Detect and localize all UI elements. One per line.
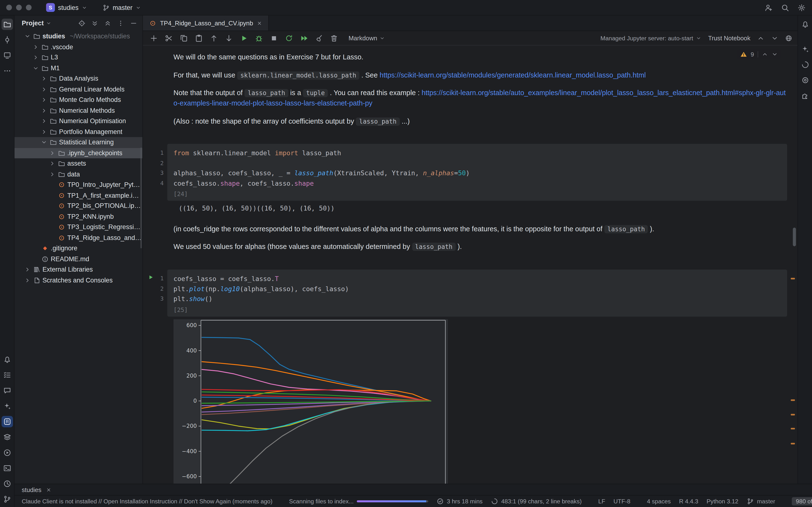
commit-tool-button[interactable]: [1, 34, 12, 45]
settings-gear-icon[interactable]: [798, 3, 806, 12]
warning-stripe-mark[interactable]: [791, 428, 795, 429]
tree-item[interactable]: README.md: [14, 254, 142, 264]
close-window-button[interactable]: [6, 5, 12, 10]
locate-file-icon[interactable]: [78, 19, 86, 27]
chevron-right-icon[interactable]: [40, 86, 47, 93]
zoom-window-button[interactable]: [26, 5, 32, 10]
cell-type-dropdown[interactable]: Markdown: [349, 35, 385, 42]
r-console-tool-button[interactable]: [1, 416, 12, 427]
previous-cell-icon[interactable]: [757, 35, 764, 42]
tree-item[interactable]: Data Analysis: [14, 73, 142, 84]
hyperlink[interactable]: https://scikit-learn.org/stable/modules/…: [379, 71, 646, 79]
chevron-right-icon[interactable]: [40, 118, 47, 124]
move-cell-up-button[interactable]: [208, 32, 219, 44]
tree-item[interactable]: assets: [14, 158, 142, 169]
tree-item[interactable]: TP4_Ridge_Lasso_and_CV.ip...: [14, 232, 142, 243]
comments-tool-button[interactable]: [1, 385, 12, 396]
ai-assistant-button[interactable]: [800, 44, 811, 55]
add-user-icon[interactable]: [764, 3, 773, 12]
r-interpreter-widget[interactable]: R 4.4.3: [679, 498, 698, 505]
ai-assistant-tool-button[interactable]: [1, 400, 12, 412]
memory-indicator[interactable]: 980 of 4200M: [792, 497, 812, 505]
chevron-right-icon[interactable]: [40, 75, 47, 82]
tree-item[interactable]: .vscode: [14, 42, 142, 52]
project-scrollbar-thumb[interactable]: [140, 148, 142, 248]
warning-stripe-mark[interactable]: [791, 399, 795, 401]
previous-warning-icon[interactable]: [762, 51, 768, 57]
collapse-all-icon[interactable]: [104, 19, 111, 27]
more-tool-windows-button[interactable]: [1, 65, 12, 76]
version-control-tool-button[interactable]: [1, 494, 12, 505]
tree-item[interactable]: Statistical Learning: [14, 137, 142, 148]
tree-item[interactable]: TP2_KNN.ipynb: [14, 211, 142, 222]
next-warning-icon[interactable]: [772, 51, 778, 57]
markdown-cell[interactable]: We will do the same questions as in Exer…: [173, 52, 787, 62]
run-all-cells-button[interactable]: [298, 32, 310, 44]
close-tab-icon[interactable]: [257, 20, 262, 25]
chevron-down-icon[interactable]: [40, 139, 47, 146]
chevron-right-icon[interactable]: [32, 44, 39, 50]
tree-item[interactable]: M1: [14, 63, 142, 73]
terminal-tool-button[interactable]: [1, 463, 12, 474]
plugins-button[interactable]: [800, 90, 811, 101]
database-tool-button[interactable]: [1, 432, 12, 443]
move-cell-down-button[interactable]: [223, 32, 235, 44]
paste-cell-button[interactable]: [193, 32, 204, 44]
code-cell-editor[interactable]: coefs_lasso = coefs_lasso.Tplt.plot(np.l…: [167, 270, 787, 316]
tree-item[interactable]: data: [14, 169, 142, 180]
chevron-right-icon[interactable]: [32, 55, 39, 61]
tree-item[interactable]: .ipynb_checkpoints: [14, 148, 142, 158]
chevron-right-icon[interactable]: [49, 150, 55, 156]
tree-item[interactable]: Numerical Optimisation: [14, 116, 142, 126]
code-cell[interactable]: 1234from sklearn.linear_model import las…: [143, 144, 787, 201]
chevron-down-icon[interactable]: [24, 33, 31, 40]
tree-item[interactable]: TP3_Logistic_Regression_an...: [14, 222, 142, 232]
jupyter-web-icon[interactable]: [785, 35, 793, 42]
markdown-cell[interactable]: (Also : note the shape of the array of c…: [173, 116, 787, 127]
structure-tool-button[interactable]: [1, 50, 12, 61]
line-separator-widget[interactable]: LF: [598, 498, 605, 505]
markdown-cell[interactable]: Note that the output of lasso_path is a …: [173, 88, 787, 109]
chevron-right-icon[interactable]: [40, 107, 47, 114]
chevron-right-icon[interactable]: [49, 161, 55, 167]
tree-item[interactable]: TP1_A_first_example.ipynb: [14, 190, 142, 201]
hide-panel-icon[interactable]: [130, 19, 137, 27]
warning-stripe-mark[interactable]: [791, 414, 795, 415]
tree-item[interactable]: General Linear Models: [14, 84, 142, 95]
tool-window-tab-studies[interactable]: studies: [22, 486, 41, 493]
next-cell-icon[interactable]: [771, 35, 778, 42]
notebook-content[interactable]: We will do the same questions as in Exer…: [143, 46, 798, 484]
chevron-right-icon[interactable]: [49, 171, 55, 177]
vcs-branch-widget[interactable]: master: [102, 4, 141, 11]
warning-stripe-mark[interactable]: [791, 278, 795, 279]
tree-item[interactable]: External Libraries: [14, 264, 142, 275]
history-tool-button[interactable]: [1, 478, 12, 489]
tree-item[interactable]: .gitignore: [14, 243, 142, 254]
tree-item[interactable]: Numerical Methods: [14, 105, 142, 116]
project-widget[interactable]: S studies: [46, 3, 87, 12]
debug-cell-button[interactable]: [253, 32, 265, 44]
time-tracker[interactable]: 3 hrs 18 mins: [437, 498, 483, 505]
warning-stripe-mark[interactable]: [791, 443, 795, 444]
clear-outputs-button[interactable]: [313, 32, 324, 44]
project-tool-button[interactable]: [1, 18, 12, 30]
cut-cell-button[interactable]: [163, 32, 174, 44]
services-tool-button[interactable]: [1, 447, 12, 458]
markdown-cell[interactable]: (in coefs_ridge the rows corresponded to…: [173, 224, 787, 234]
coverage-button[interactable]: [800, 74, 811, 86]
inspections-widget[interactable]: 9: [737, 50, 781, 59]
sparkles-button[interactable]: [800, 59, 811, 70]
editor-scrollbar-thumb[interactable]: [793, 228, 796, 246]
tree-item[interactable]: studies~/Workspace/studies: [14, 31, 142, 42]
more-options-icon[interactable]: [117, 19, 124, 27]
status-message[interactable]: Claude Client is not installed // Open I…: [22, 498, 272, 505]
chevron-right-icon[interactable]: [24, 267, 31, 273]
markdown-cell[interactable]: For that, we will use sklearn.linear_mod…: [173, 70, 787, 80]
notifications-button[interactable]: [800, 18, 811, 30]
trust-notebook-button[interactable]: Trust Notebook: [708, 35, 750, 42]
add-cell-button[interactable]: [148, 32, 159, 44]
tree-item[interactable]: Portfolio Management: [14, 126, 142, 137]
delete-cell-button[interactable]: [328, 32, 340, 44]
minimize-window-button[interactable]: [16, 5, 22, 10]
indent-widget[interactable]: 4 spaces: [647, 498, 671, 505]
